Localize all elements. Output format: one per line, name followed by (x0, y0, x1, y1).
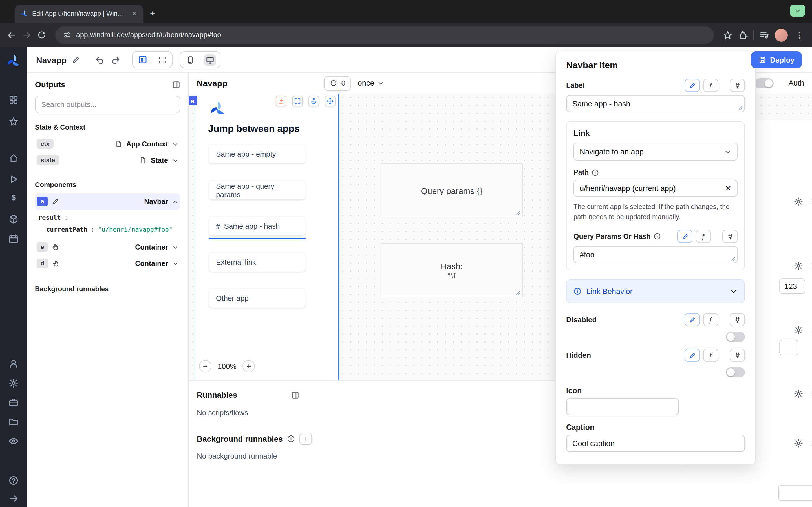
currentpath-key[interactable]: currentPath (46, 226, 87, 233)
function-mode-button[interactable]: ƒ (703, 79, 718, 92)
tab-overflow-button[interactable] (790, 4, 805, 17)
path-input[interactable]: u/henri/navapp (current app) ✕ (573, 180, 738, 196)
preview-nav-item-hash[interactable]: # Same app - hash (209, 217, 306, 235)
preview-nav-item-external[interactable]: External link (209, 253, 306, 272)
search-outputs-input[interactable] (35, 96, 181, 113)
gear-icon[interactable] (794, 197, 803, 206)
edit-mode-pencil-button[interactable] (677, 230, 693, 243)
clear-path-icon[interactable]: ✕ (725, 184, 731, 193)
pencil-icon[interactable] (52, 198, 59, 205)
bookmark-star-icon[interactable] (723, 30, 732, 40)
edit-title-pencil-icon[interactable] (71, 55, 80, 64)
expand-layout-button[interactable] (152, 52, 172, 68)
link-behavior-accordion[interactable]: Link Behavior (566, 279, 745, 303)
navbar-component[interactable] (195, 94, 340, 380)
state-row[interactable]: state State (35, 152, 181, 168)
resize-handle-icon[interactable] (515, 290, 521, 296)
variables-dollar-icon[interactable]: $ (11, 193, 15, 202)
connect-mode-plug-button[interactable] (730, 79, 745, 92)
icon-input[interactable] (566, 398, 679, 415)
folders-icon[interactable] (8, 416, 18, 427)
refresh-icon[interactable] (330, 79, 337, 87)
back-icon[interactable] (7, 30, 16, 40)
function-mode-button[interactable]: ƒ (703, 313, 718, 326)
edit-mode-pencil-button[interactable] (684, 79, 700, 92)
new-tab-button[interactable]: + (150, 8, 155, 18)
preview-nav-item-other-app[interactable]: Other app (209, 289, 306, 307)
collapse-arrow-icon[interactable] (8, 494, 18, 504)
preview-nav-item-query-params[interactable]: Same app - query params (209, 181, 306, 200)
query-params-input[interactable]: #foo (573, 246, 738, 263)
schedules-calendar-icon[interactable] (8, 234, 18, 244)
ctx-row[interactable]: ctx App Context (35, 136, 181, 152)
query-params-box[interactable]: Query params {} (380, 163, 523, 217)
hidden-toggle[interactable] (726, 367, 745, 378)
drag-grip-icon[interactable] (810, 326, 812, 335)
disabled-toggle[interactable] (726, 332, 745, 342)
function-mode-button[interactable]: ƒ (696, 230, 711, 243)
resources-cube-icon[interactable] (8, 214, 18, 224)
chevron-down-icon[interactable] (172, 260, 179, 267)
component-row-container-d[interactable]: d Container (35, 255, 181, 272)
browser-tab[interactable]: Edit App u/henri/navapp | Win... ✕ (15, 4, 143, 22)
chevron-down-icon[interactable] (172, 157, 179, 164)
resize-handle-icon[interactable] (738, 105, 743, 110)
zoom-in-button[interactable]: + (243, 360, 255, 372)
drag-grip-icon[interactable] (810, 389, 812, 398)
tune-icon[interactable] (63, 31, 71, 39)
hide-bar-toggle[interactable] (755, 78, 774, 88)
input-fragment[interactable] (778, 485, 812, 501)
run-mode-dropdown[interactable]: once (358, 79, 385, 87)
deploy-button[interactable]: Deploy (751, 51, 802, 68)
gear-icon[interactable] (794, 439, 803, 448)
browser-menu-icon[interactable]: ⋮ (794, 30, 805, 40)
profile-avatar[interactable] (775, 29, 788, 41)
forward-icon[interactable] (22, 30, 32, 40)
workers-toolbox-icon[interactable] (8, 397, 18, 407)
move-button[interactable] (325, 96, 336, 107)
refresh-counter[interactable]: 0 (324, 76, 351, 91)
drag-grip-icon[interactable] (810, 262, 812, 270)
info-icon[interactable] (287, 435, 295, 443)
component-row-navbar[interactable]: a Navbar (35, 193, 181, 210)
media-queue-icon[interactable] (760, 30, 769, 40)
desktop-view-button[interactable] (200, 52, 220, 68)
runs-play-icon[interactable] (8, 174, 18, 184)
zoom-out-button[interactable]: − (199, 360, 211, 372)
drag-grip-icon[interactable] (810, 439, 812, 448)
caption-input[interactable]: Cool caption (566, 435, 745, 452)
drag-grip-icon[interactable] (810, 197, 812, 206)
edit-mode-pencil-button[interactable] (684, 313, 700, 326)
component-row-container-e[interactable]: e Container (35, 239, 181, 255)
preview-nav-item-empty[interactable]: Same app - empty (209, 145, 306, 163)
edit-mode-pencil-button[interactable] (684, 349, 700, 362)
connect-mode-plug-button[interactable] (722, 230, 738, 243)
result-key[interactable]: result (38, 214, 61, 221)
chevron-up-icon[interactable] (172, 198, 179, 205)
add-background-runnable-button[interactable]: + (300, 433, 312, 445)
justify-layout-button[interactable] (133, 52, 152, 68)
connect-mode-plug-button[interactable] (730, 313, 745, 326)
info-icon[interactable] (654, 233, 661, 240)
collapse-panel-icon[interactable] (291, 391, 299, 399)
user-icon[interactable] (8, 359, 18, 369)
label-input[interactable]: Same app - hash (566, 95, 745, 112)
hash-box[interactable]: Hash: "#f (380, 243, 523, 297)
connect-mode-plug-button[interactable] (730, 349, 745, 362)
help-icon[interactable] (8, 475, 18, 486)
resize-handle-icon[interactable] (730, 256, 736, 262)
undo-icon[interactable] (95, 55, 104, 64)
settings-gear-icon[interactable] (8, 378, 18, 388)
redo-icon[interactable] (111, 55, 121, 64)
input-fragment[interactable] (779, 340, 799, 355)
link-type-select[interactable]: Navigate to an app (573, 143, 738, 161)
apps-grid-icon[interactable] (8, 95, 18, 105)
mobile-view-button[interactable] (181, 52, 200, 68)
fullsize-button[interactable] (292, 96, 303, 107)
anchor-button[interactable] (308, 96, 319, 107)
gear-icon[interactable] (794, 326, 803, 335)
collapse-panel-icon[interactable] (172, 80, 181, 89)
info-icon[interactable] (592, 169, 599, 176)
extensions-icon[interactable] (738, 30, 748, 40)
tab-close-icon[interactable]: ✕ (130, 9, 139, 18)
